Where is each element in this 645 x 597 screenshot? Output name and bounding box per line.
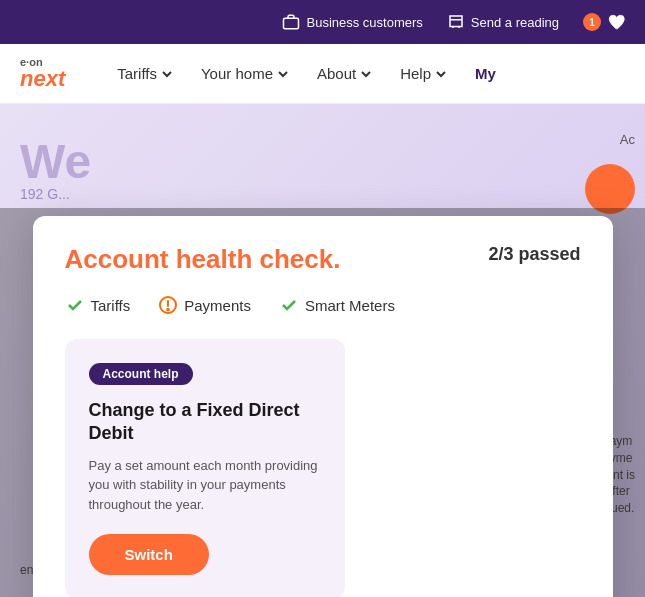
nav-help-label: Help	[400, 65, 431, 82]
chevron-down-icon	[161, 68, 173, 80]
logo: e·on next	[20, 57, 65, 90]
nav-tariffs-label: Tariffs	[117, 65, 157, 82]
modal-title: Account health check.	[65, 244, 341, 275]
account-health-modal: Account health check. 2/3 passed Tariffs	[33, 216, 613, 597]
bg-right-label: Ac	[620, 132, 635, 147]
bg-subtext: 192 G...	[20, 186, 70, 202]
nav-item-help[interactable]: Help	[388, 57, 459, 90]
nav-your-home-label: Your home	[201, 65, 273, 82]
nav-item-your-home[interactable]: Your home	[189, 57, 301, 90]
bg-right-circle	[585, 164, 635, 214]
logo-next: next	[20, 68, 65, 90]
heart-icon	[607, 13, 625, 31]
chevron-down-icon	[435, 68, 447, 80]
notification-badge: 1	[583, 13, 601, 31]
card-description: Pay a set amount each month providing yo…	[89, 456, 321, 515]
svg-rect-0	[284, 18, 299, 29]
bg-heading: We	[0, 134, 91, 189]
nav-item-about[interactable]: About	[305, 57, 384, 90]
nav-item-my[interactable]: My	[463, 57, 508, 90]
modal-overlay: Account health check. 2/3 passed Tariffs	[0, 208, 645, 597]
page-background: We 192 G... Ac t paym payme ment is s af…	[0, 104, 645, 597]
modal-score: 2/3 passed	[488, 244, 580, 265]
nav-item-tariffs[interactable]: Tariffs	[105, 57, 185, 90]
check-items: Tariffs Payments	[65, 295, 581, 315]
business-customers-link[interactable]: Business customers	[282, 13, 422, 31]
send-reading-link[interactable]: Send a reading	[447, 13, 559, 31]
nav-my-label: My	[475, 65, 496, 82]
check-item-tariffs: Tariffs	[65, 295, 131, 315]
account-help-card: Account help Change to a Fixed Direct De…	[65, 339, 345, 597]
card-badge: Account help	[89, 363, 193, 385]
check-payments-label: Payments	[184, 297, 251, 314]
modal-header: Account health check. 2/3 passed	[65, 244, 581, 275]
top-bar: Business customers Send a reading 1	[0, 0, 645, 44]
nav-about-label: About	[317, 65, 356, 82]
check-tariffs-label: Tariffs	[91, 297, 131, 314]
chevron-down-icon	[277, 68, 289, 80]
main-nav: e·on next Tariffs Your home About Help M…	[0, 44, 645, 104]
check-item-smart-meters: Smart Meters	[279, 295, 395, 315]
check-smart-meters-label: Smart Meters	[305, 297, 395, 314]
nav-items: Tariffs Your home About Help My	[105, 57, 508, 90]
svg-point-2	[167, 309, 169, 311]
business-customers-label: Business customers	[306, 15, 422, 30]
check-warn-icon	[158, 295, 178, 315]
check-pass-icon	[65, 295, 85, 315]
card-title: Change to a Fixed Direct Debit	[89, 399, 321, 446]
briefcase-icon	[282, 13, 300, 31]
switch-button[interactable]: Switch	[89, 534, 209, 575]
notification-link[interactable]: 1	[583, 13, 625, 31]
send-reading-label: Send a reading	[471, 15, 559, 30]
check-pass-icon-2	[279, 295, 299, 315]
chevron-down-icon	[360, 68, 372, 80]
meter-icon	[447, 13, 465, 31]
check-item-payments: Payments	[158, 295, 251, 315]
